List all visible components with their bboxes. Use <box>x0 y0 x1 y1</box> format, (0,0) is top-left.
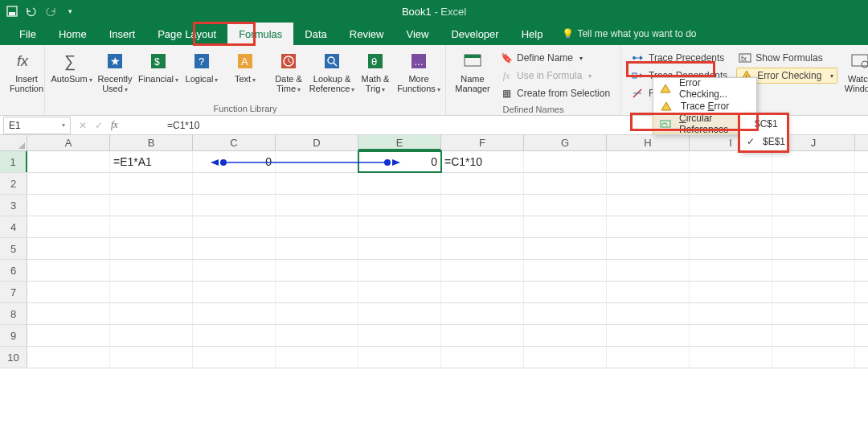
redo-icon[interactable] <box>43 4 58 19</box>
cell-B10[interactable] <box>110 347 193 368</box>
cell-C6[interactable] <box>193 260 276 281</box>
col-F[interactable]: F <box>441 135 524 150</box>
math-trig-button[interactable]: θMath & Trig <box>354 48 397 94</box>
cell-G7[interactable] <box>524 282 607 302</box>
insert-function-button[interactable]: fx Insert Function <box>5 48 48 93</box>
cell-G6[interactable] <box>524 260 607 281</box>
cell-H7[interactable] <box>607 282 690 302</box>
col-G[interactable]: G <box>524 135 607 150</box>
rowhead-3[interactable]: 3 <box>0 195 27 216</box>
cell-H4[interactable] <box>607 216 690 237</box>
cell-G2[interactable] <box>524 173 607 194</box>
rowhead-7[interactable]: 7 <box>0 282 27 302</box>
col-H[interactable]: H <box>607 135 690 150</box>
cell-D5[interactable] <box>276 238 358 259</box>
cell-F9[interactable] <box>441 325 524 346</box>
more-functions-button[interactable]: …More Functions <box>397 48 440 94</box>
cell-A2[interactable] <box>27 173 110 194</box>
save-icon[interactable] <box>5 4 19 19</box>
recently-used-button[interactable]: ★Recently Used <box>93 48 137 94</box>
cell-F6[interactable] <box>441 260 524 281</box>
lookup-button[interactable]: Lookup & Reference <box>310 48 354 94</box>
cell-E8[interactable] <box>358 303 441 324</box>
cell-G10[interactable] <box>524 347 607 368</box>
cell-G1[interactable] <box>524 151 607 172</box>
cell-E9[interactable] <box>358 325 441 346</box>
cell-B4[interactable] <box>110 216 193 237</box>
financial-button[interactable]: $Financial <box>137 48 180 94</box>
cell-F8[interactable] <box>441 303 524 324</box>
show-formulas-button[interactable]: fxShow Formulas <box>736 50 837 66</box>
menu-error-checking[interactable]: Error Checking... <box>653 80 756 97</box>
tab-home[interactable]: Home <box>47 23 98 45</box>
cell-C8[interactable] <box>193 303 276 324</box>
cell-E4[interactable] <box>358 216 441 237</box>
rowhead-6[interactable]: 6 <box>0 260 27 281</box>
select-all-corner[interactable] <box>0 135 27 150</box>
cell-F3[interactable] <box>441 195 524 216</box>
cell-D2[interactable] <box>276 173 358 194</box>
tab-formulas[interactable]: Formulas <box>227 23 293 45</box>
cell-C4[interactable] <box>193 216 276 237</box>
col-A[interactable]: A <box>27 135 110 150</box>
tab-view[interactable]: View <box>395 23 440 45</box>
cell-H8[interactable] <box>607 303 690 324</box>
cell-D9[interactable] <box>276 325 358 346</box>
logical-button[interactable]: ?Logical <box>180 48 223 94</box>
tab-review[interactable]: Review <box>338 23 395 45</box>
qat-dropdown-icon[interactable]: ▾ <box>63 4 77 19</box>
fx-bar-icon[interactable]: fx <box>111 119 118 131</box>
cell-I3[interactable] <box>690 195 772 216</box>
tab-insert[interactable]: Insert <box>98 23 147 45</box>
rowhead-8[interactable]: 8 <box>0 303 27 324</box>
cell-G4[interactable] <box>524 216 607 237</box>
tab-page-layout[interactable]: Page Layout <box>146 23 227 45</box>
name-box[interactable]: E1 <box>3 117 71 134</box>
cell-H2[interactable] <box>607 173 690 194</box>
cell-E6[interactable] <box>358 260 441 281</box>
cell-B5[interactable] <box>110 238 193 259</box>
cell-I7[interactable] <box>690 282 772 302</box>
cell-H5[interactable] <box>607 238 690 259</box>
rowhead-2[interactable]: 2 <box>0 173 27 194</box>
cell-G9[interactable] <box>524 325 607 346</box>
cell-H9[interactable] <box>607 325 690 346</box>
cell-C3[interactable] <box>193 195 276 216</box>
cell-D8[interactable] <box>276 303 358 324</box>
cell-J2[interactable] <box>772 173 855 194</box>
cell-B1[interactable]: =E1*A1 <box>110 151 193 172</box>
define-name-button[interactable]: 🔖Define Name▾ <box>497 50 612 66</box>
cell-I5[interactable] <box>690 238 772 259</box>
cell-I4[interactable] <box>690 216 772 237</box>
name-manager-button[interactable]: Name Manager <box>451 48 494 103</box>
cell-H1[interactable] <box>607 151 690 172</box>
cell-I1[interactable] <box>690 151 772 172</box>
cell-B8[interactable] <box>110 303 193 324</box>
cell-D1[interactable] <box>276 151 358 172</box>
cancel-icon[interactable]: ✕ <box>79 120 87 131</box>
cell-B2[interactable] <box>110 173 193 194</box>
cell-D6[interactable] <box>276 260 358 281</box>
cell-D4[interactable] <box>276 216 358 237</box>
cell-G5[interactable] <box>524 238 607 259</box>
cell-A8[interactable] <box>27 303 110 324</box>
cell-A10[interactable] <box>27 347 110 368</box>
circref-c1[interactable]: $C$1 <box>740 115 787 133</box>
cell-B3[interactable] <box>110 195 193 216</box>
cell-J8[interactable] <box>772 303 855 324</box>
cell-E3[interactable] <box>358 195 441 216</box>
col-C[interactable]: C <box>193 135 276 150</box>
cell-I10[interactable] <box>690 347 772 368</box>
date-time-button[interactable]: Date & Time <box>267 48 310 94</box>
cell-E5[interactable] <box>358 238 441 259</box>
cell-H3[interactable] <box>607 195 690 216</box>
cell-F7[interactable] <box>441 282 524 302</box>
tell-me-search[interactable]: 💡 Tell me what you want to do <box>554 23 704 45</box>
cell-I8[interactable] <box>690 303 772 324</box>
cell-C5[interactable] <box>193 238 276 259</box>
cell-F1[interactable]: =C1*10 <box>441 151 524 172</box>
cell-B9[interactable] <box>110 325 193 346</box>
cell-E1[interactable]: 0 <box>358 151 441 172</box>
undo-icon[interactable] <box>24 4 39 19</box>
cell-J9[interactable] <box>772 325 855 346</box>
